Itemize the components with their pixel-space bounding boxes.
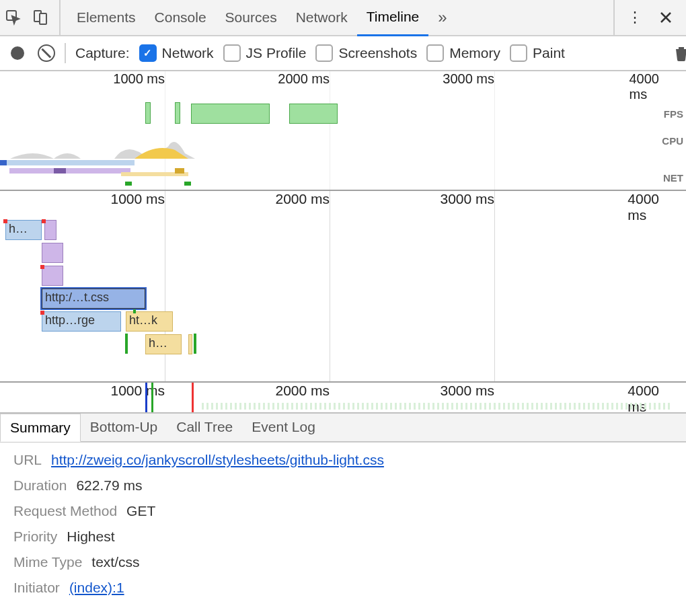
ruler-tick-4000: 4000 ms (630, 71, 660, 102)
fp-marker (151, 383, 153, 412)
url-label: URL (13, 452, 42, 468)
trash-icon[interactable] (674, 45, 686, 61)
load-marker (192, 383, 194, 412)
mime-label: Mime Type (13, 554, 82, 570)
capture-jsprofile[interactable]: JS Profile (223, 44, 307, 62)
capture-label: Capture: (75, 45, 130, 61)
capture-paint-label: Paint (533, 45, 565, 61)
tab-timeline[interactable]: Timeline (357, 0, 429, 36)
mime-value: text/css (91, 554, 139, 570)
timing-marker (133, 309, 136, 313)
capture-toolbar: Capture: Network JS Profile Screenshots … (0, 36, 686, 71)
kebab-menu-icon[interactable]: ⋮ (621, 4, 648, 31)
tab-console[interactable]: Console (145, 0, 216, 35)
network-bar[interactable] (42, 243, 63, 263)
summary-panel: URL http://zweig.co/jankyscroll/styleshe… (0, 442, 686, 615)
method-value: GET (126, 503, 155, 519)
svg-rect-2 (40, 13, 46, 24)
network-bar[interactable]: ht…k (126, 311, 173, 332)
device-mode-icon[interactable] (27, 4, 54, 31)
tab-overflow[interactable]: » (428, 0, 456, 35)
devtools-toolbar: Elements Console Sources Network Timelin… (0, 0, 686, 36)
capture-memory[interactable]: Memory (426, 44, 500, 62)
inspect-icon[interactable] (0, 4, 27, 31)
flame-tick-4000: 4000 ms (627, 191, 659, 223)
record-button[interactable] (11, 46, 24, 60)
flame-tick-1000: 1000 ms (110, 191, 165, 207)
capture-jsprofile-label: JS Profile (246, 45, 307, 61)
capture-network-label: Network (162, 45, 214, 61)
ruler-tick-1000: 1000 ms (113, 71, 165, 87)
capture-screenshots-label: Screenshots (338, 45, 417, 61)
panel-tabs: Elements Console Sources Network Timelin… (59, 0, 613, 35)
network-bar[interactable]: h… (145, 334, 182, 354)
tab-elements[interactable]: Elements (67, 0, 145, 35)
ruler-tick-3000: 3000 ms (443, 71, 494, 87)
network-bar-selected[interactable]: http:/…t.css (42, 288, 145, 309)
network-bar[interactable] (188, 334, 192, 354)
network-bar[interactable] (42, 266, 63, 286)
priority-label: Priority (13, 529, 57, 545)
initiator-link[interactable]: (index):1 (69, 580, 124, 596)
lane-cpu: CPU (662, 135, 683, 147)
flame-tick-2000: 2000 ms (275, 191, 330, 207)
priority-value: Highest (67, 529, 114, 545)
flamechart-panel[interactable]: 1000 ms 2000 ms 3000 ms 4000 ms h… http:… (0, 191, 686, 383)
initiator-label: Initiator (13, 580, 60, 596)
clear-button[interactable] (38, 44, 55, 62)
tab-bottomup[interactable]: Bottom-Up (81, 414, 167, 441)
tab-network[interactable]: Network (287, 0, 357, 35)
overview-panel[interactable]: 1000 ms 2000 ms 3000 ms 4000 ms FPS CPU … (0, 71, 686, 191)
method-label: Request Method (13, 503, 117, 519)
details-tabs: Summary Bottom-Up Call Tree Event Log (0, 414, 686, 442)
marker-tick-3000: 3000 ms (440, 383, 494, 399)
duration-value: 622.79 ms (76, 477, 142, 494)
close-icon[interactable] (652, 4, 679, 31)
marker-tick-1000: 1000 ms (110, 383, 165, 399)
lane-fps: FPS (664, 108, 683, 120)
timing-marker (125, 334, 128, 354)
capture-screenshots[interactable]: Screenshots (315, 44, 417, 62)
timing-marker (194, 334, 196, 354)
network-bar[interactable]: h… (5, 220, 42, 240)
tab-sources[interactable]: Sources (216, 0, 287, 35)
network-bar[interactable]: http…rge (42, 311, 121, 332)
lane-net: NET (663, 172, 683, 184)
tab-summary[interactable]: Summary (0, 414, 81, 442)
network-bar[interactable] (44, 220, 56, 240)
tab-calltree[interactable]: Call Tree (167, 414, 242, 441)
tab-eventlog[interactable]: Event Log (242, 414, 325, 441)
separator (65, 43, 66, 63)
ruler-tick-2000: 2000 ms (278, 71, 330, 87)
capture-paint[interactable]: Paint (510, 44, 565, 62)
marker-tick-2000: 2000 ms (275, 383, 330, 399)
marker-tick-4000: 4000 ms (627, 383, 659, 415)
url-link[interactable]: http://zweig.co/jankyscroll/stylesheets/… (51, 452, 384, 468)
capture-network[interactable]: Network (139, 44, 214, 62)
marker-strip[interactable]: 1000 ms 2000 ms 3000 ms 4000 ms (0, 383, 686, 414)
dcl-marker (145, 383, 147, 412)
duration-label: Duration (13, 477, 67, 494)
overview-ruler: 1000 ms 2000 ms 3000 ms 4000 ms (0, 71, 666, 85)
flame-tick-3000: 3000 ms (440, 191, 494, 207)
activity-strip (202, 403, 673, 410)
capture-memory-label: Memory (449, 45, 500, 61)
